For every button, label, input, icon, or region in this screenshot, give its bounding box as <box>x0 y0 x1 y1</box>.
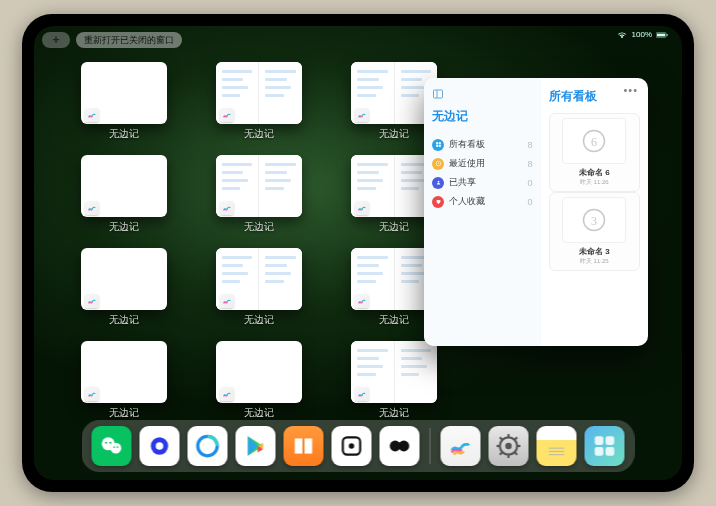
notes-icon[interactable] <box>537 426 577 466</box>
svg-point-26 <box>349 443 354 448</box>
sidebar-item-count: 0 <box>528 178 533 188</box>
svg-point-31 <box>505 443 512 450</box>
board-card[interactable]: 3未命名 3昨天 11:25 <box>549 192 640 271</box>
contacts-icon[interactable] <box>380 426 420 466</box>
wifi-icon <box>616 31 628 39</box>
board-list: 所有看板 6未命名 6昨天 11:263未命名 3昨天 11:25 <box>541 78 648 346</box>
sidebar-item[interactable]: 已共享0 <box>432 173 533 192</box>
window-label: 无边记 <box>109 127 139 141</box>
sidebar-title: 无边记 <box>432 108 533 125</box>
reopen-closed-pill[interactable]: 重新打开已关闭的窗口 <box>76 32 182 48</box>
freeform-app-icon <box>355 108 369 122</box>
svg-point-16 <box>110 443 121 454</box>
status-bar: 100% <box>616 30 668 39</box>
svg-rect-43 <box>595 436 604 445</box>
svg-rect-1 <box>657 33 665 36</box>
svg-line-37 <box>515 453 517 455</box>
playstore-icon[interactable] <box>236 426 276 466</box>
svg-rect-3 <box>434 90 443 98</box>
stage-window[interactable]: 无边记 <box>70 155 177 234</box>
ipad-screen: 100% + 重新打开已关闭的窗口 无边记无边记无边记无边记无边记无边记无边记无… <box>34 26 682 480</box>
svg-rect-8 <box>438 145 440 147</box>
window-label: 无边记 <box>244 127 274 141</box>
sidebar-item-count: 8 <box>528 140 533 150</box>
qqbrowser-icon[interactable] <box>188 426 228 466</box>
sidebar-item-count: 8 <box>528 159 533 169</box>
freeform-app-icon <box>85 294 99 308</box>
sidebar-item[interactable]: 所有看板8 <box>432 135 533 154</box>
freeform-app-icon <box>355 294 369 308</box>
sidebar-item-label: 个人收藏 <box>449 195 485 208</box>
freeform-app-icon <box>220 201 234 215</box>
freeform-icon[interactable] <box>441 426 481 466</box>
svg-rect-7 <box>436 145 438 147</box>
svg-point-19 <box>113 446 115 448</box>
sidebar-item[interactable]: 最近使用8 <box>432 154 533 173</box>
board-card[interactable]: 6未命名 6昨天 11:26 <box>549 113 640 192</box>
wechat-icon[interactable] <box>92 426 132 466</box>
svg-rect-2 <box>667 34 668 36</box>
battery-text: 100% <box>632 30 652 39</box>
sidebar-item-label: 所有看板 <box>449 138 485 151</box>
more-icon[interactable]: ••• <box>623 84 638 96</box>
dice-icon[interactable] <box>332 426 372 466</box>
window-label: 无边记 <box>244 313 274 327</box>
stage-grid: 无边记无边记无边记无边记无边记无边记无边记无边记无边记无边记无边记无边记 <box>70 62 448 420</box>
svg-line-39 <box>515 437 517 439</box>
svg-rect-5 <box>436 142 438 144</box>
stage-window[interactable]: 无边记 <box>70 341 177 420</box>
window-label: 无边记 <box>379 220 409 234</box>
freeform-app-icon <box>355 201 369 215</box>
sidebar-toggle-icon[interactable] <box>432 88 444 100</box>
new-window-button[interactable]: + <box>42 32 70 48</box>
freeform-app-icon <box>85 108 99 122</box>
svg-text:6: 6 <box>591 135 597 149</box>
stage-window[interactable]: 无边记 <box>205 62 312 141</box>
window-label: 无边记 <box>379 127 409 141</box>
window-label: 无边记 <box>109 406 139 420</box>
svg-line-36 <box>500 437 502 439</box>
ipad-frame: 100% + 重新打开已关闭的窗口 无边记无边记无边记无边记无边记无边记无边记无… <box>22 14 694 492</box>
stage-window[interactable]: 无边记 <box>205 155 312 234</box>
stage-window[interactable]: 无边记 <box>70 248 177 327</box>
stage-window[interactable]: 无边记 <box>205 341 312 420</box>
board-date: 昨天 11:25 <box>580 257 609 266</box>
quark-icon[interactable] <box>140 426 180 466</box>
board-preview: 6 <box>562 118 626 164</box>
heart-icon <box>432 196 444 208</box>
window-label: 无边记 <box>109 313 139 327</box>
freeform-window[interactable]: ••• 无边记 所有看板8最近使用8已共享0个人收藏0 所有看板 6未命名 6昨… <box>424 78 648 346</box>
window-label: 无边记 <box>379 406 409 420</box>
board-name: 未命名 6 <box>579 167 610 178</box>
svg-rect-45 <box>595 447 604 456</box>
svg-point-20 <box>117 446 119 448</box>
window-label: 无边记 <box>109 220 139 234</box>
svg-rect-46 <box>606 447 615 456</box>
window-label: 无边记 <box>244 220 274 234</box>
svg-rect-44 <box>606 436 615 445</box>
freeform-app-icon <box>355 387 369 401</box>
clock-icon <box>432 158 444 170</box>
board-preview: 3 <box>562 197 626 243</box>
applibrary-icon[interactable] <box>585 426 625 466</box>
person-icon <box>432 177 444 189</box>
sidebar-item[interactable]: 个人收藏0 <box>432 192 533 211</box>
stage-window[interactable]: 无边记 <box>341 341 448 420</box>
freeform-app-icon <box>220 387 234 401</box>
svg-rect-6 <box>438 142 440 144</box>
freeform-app-icon <box>85 201 99 215</box>
sidebar: 无边记 所有看板8最近使用8已共享0个人收藏0 <box>424 78 541 346</box>
board-date: 昨天 11:26 <box>580 178 609 187</box>
svg-point-10 <box>437 181 439 183</box>
books-icon[interactable] <box>284 426 324 466</box>
stage-window[interactable]: 无边记 <box>70 62 177 141</box>
battery-icon <box>656 31 668 39</box>
svg-line-38 <box>500 453 502 455</box>
svg-point-18 <box>109 442 111 444</box>
freeform-app-icon <box>85 387 99 401</box>
sidebar-item-count: 0 <box>528 197 533 207</box>
settings-icon[interactable] <box>489 426 529 466</box>
stage-window[interactable]: 无边记 <box>205 248 312 327</box>
sidebar-item-label: 已共享 <box>449 176 476 189</box>
svg-text:3: 3 <box>591 214 597 228</box>
